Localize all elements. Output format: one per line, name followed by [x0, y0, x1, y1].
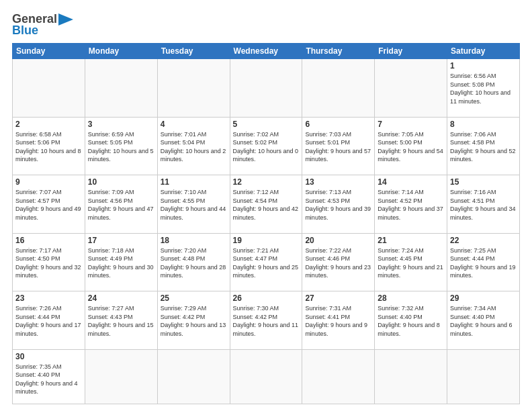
calendar-cell	[157, 59, 230, 118]
calendar-col-saturday: Saturday	[447, 44, 520, 59]
calendar-cell: 6Sunrise: 7:03 AM Sunset: 5:01 PM Daylig…	[302, 117, 375, 175]
day-number: 20	[305, 236, 371, 245]
day-info: Sunrise: 6:59 AM Sunset: 5:05 PM Dayligh…	[88, 130, 154, 164]
calendar-col-thursday: Thursday	[302, 44, 375, 59]
calendar-cell: 1Sunrise: 6:56 AM Sunset: 5:08 PM Daylig…	[447, 59, 520, 118]
calendar-cell: 9Sunrise: 7:07 AM Sunset: 4:57 PM Daylig…	[13, 175, 85, 234]
day-info: Sunrise: 7:02 AM Sunset: 5:02 PM Dayligh…	[233, 130, 300, 164]
calendar-cell	[375, 349, 447, 404]
day-number: 9	[15, 177, 82, 187]
day-number: 16	[15, 236, 82, 245]
day-number: 30	[15, 352, 82, 361]
day-info: Sunrise: 6:56 AM Sunset: 5:08 PM Dayligh…	[450, 72, 517, 105]
calendar-week-1: 1Sunrise: 6:56 AM Sunset: 5:08 PM Daylig…	[13, 59, 520, 118]
day-info: Sunrise: 7:22 AM Sunset: 4:46 PM Dayligh…	[305, 246, 371, 280]
calendar-col-friday: Friday	[375, 44, 447, 59]
day-info: Sunrise: 7:30 AM Sunset: 4:42 PM Dayligh…	[233, 304, 300, 338]
day-number: 26	[233, 293, 300, 303]
day-info: Sunrise: 7:35 AM Sunset: 4:40 PM Dayligh…	[15, 363, 82, 396]
day-number: 21	[378, 236, 444, 245]
day-info: Sunrise: 7:34 AM Sunset: 4:40 PM Dayligh…	[450, 304, 517, 338]
calendar-cell: 3Sunrise: 6:59 AM Sunset: 5:05 PM Daylig…	[85, 117, 157, 175]
calendar-col-wednesday: Wednesday	[230, 44, 302, 59]
calendar-week-3: 9Sunrise: 7:07 AM Sunset: 4:57 PM Daylig…	[13, 175, 520, 234]
day-number: 4	[161, 120, 227, 129]
calendar-cell: 5Sunrise: 7:02 AM Sunset: 5:02 PM Daylig…	[230, 117, 302, 175]
calendar-cell	[375, 59, 447, 118]
calendar-cell: 7Sunrise: 7:05 AM Sunset: 5:00 PM Daylig…	[375, 117, 447, 175]
day-number: 29	[450, 293, 517, 303]
day-info: Sunrise: 7:26 AM Sunset: 4:44 PM Dayligh…	[15, 304, 82, 338]
day-number: 28	[378, 293, 444, 303]
calendar-week-5: 23Sunrise: 7:26 AM Sunset: 4:44 PM Dayli…	[13, 291, 520, 350]
calendar-week-2: 2Sunrise: 6:58 AM Sunset: 5:06 PM Daylig…	[13, 117, 520, 175]
calendar-cell: 8Sunrise: 7:06 AM Sunset: 4:58 PM Daylig…	[447, 117, 520, 175]
day-info: Sunrise: 7:10 AM Sunset: 4:55 PM Dayligh…	[161, 188, 227, 222]
day-number: 14	[378, 177, 444, 187]
calendar-cell: 10Sunrise: 7:09 AM Sunset: 4:56 PM Dayli…	[85, 175, 157, 234]
day-number: 25	[161, 293, 227, 303]
day-info: Sunrise: 7:01 AM Sunset: 5:04 PM Dayligh…	[161, 130, 227, 164]
calendar-cell: 25Sunrise: 7:29 AM Sunset: 4:42 PM Dayli…	[157, 291, 230, 350]
day-info: Sunrise: 7:32 AM Sunset: 4:40 PM Dayligh…	[378, 304, 444, 338]
day-number: 18	[161, 236, 227, 245]
header: General Blue	[12, 12, 520, 38]
day-number: 3	[88, 120, 154, 129]
day-info: Sunrise: 7:24 AM Sunset: 4:45 PM Dayligh…	[378, 246, 444, 280]
day-info: Sunrise: 7:29 AM Sunset: 4:42 PM Dayligh…	[161, 304, 227, 338]
calendar-cell	[13, 59, 85, 118]
page: General Blue SundayMondayTuesdayWednesda…	[0, 0, 532, 411]
calendar-cell: 26Sunrise: 7:30 AM Sunset: 4:42 PM Dayli…	[230, 291, 302, 350]
day-number: 17	[88, 236, 154, 245]
svg-marker-0	[58, 13, 73, 26]
calendar-cell: 13Sunrise: 7:13 AM Sunset: 4:53 PM Dayli…	[302, 175, 375, 234]
calendar-cell: 17Sunrise: 7:18 AM Sunset: 4:49 PM Dayli…	[85, 233, 157, 291]
day-info: Sunrise: 7:03 AM Sunset: 5:01 PM Dayligh…	[305, 130, 371, 164]
day-number: 27	[305, 293, 371, 303]
calendar-table: SundayMondayTuesdayWednesdayThursdayFrid…	[12, 43, 520, 404]
day-number: 6	[305, 120, 371, 129]
day-number: 8	[450, 120, 517, 129]
calendar-cell	[230, 349, 302, 404]
day-number: 22	[450, 236, 517, 245]
day-info: Sunrise: 6:58 AM Sunset: 5:06 PM Dayligh…	[15, 130, 82, 164]
day-number: 24	[88, 293, 154, 303]
day-info: Sunrise: 7:12 AM Sunset: 4:54 PM Dayligh…	[233, 188, 300, 222]
calendar-cell	[302, 59, 375, 118]
day-info: Sunrise: 7:20 AM Sunset: 4:48 PM Dayligh…	[161, 246, 227, 280]
day-info: Sunrise: 7:27 AM Sunset: 4:43 PM Dayligh…	[88, 304, 154, 338]
calendar-cell	[85, 349, 157, 404]
calendar-cell: 16Sunrise: 7:17 AM Sunset: 4:50 PM Dayli…	[13, 233, 85, 291]
day-number: 10	[88, 177, 154, 187]
calendar-cell: 23Sunrise: 7:26 AM Sunset: 4:44 PM Dayli…	[13, 291, 85, 350]
calendar-col-sunday: Sunday	[13, 44, 85, 59]
day-number: 1	[450, 61, 517, 71]
calendar-cell: 12Sunrise: 7:12 AM Sunset: 4:54 PM Dayli…	[230, 175, 302, 234]
calendar-cell	[302, 349, 375, 404]
day-info: Sunrise: 7:06 AM Sunset: 4:58 PM Dayligh…	[450, 130, 517, 164]
day-number: 11	[161, 177, 227, 187]
calendar-week-4: 16Sunrise: 7:17 AM Sunset: 4:50 PM Dayli…	[13, 233, 520, 291]
day-info: Sunrise: 7:05 AM Sunset: 5:00 PM Dayligh…	[378, 130, 444, 164]
calendar-cell: 15Sunrise: 7:16 AM Sunset: 4:51 PM Dayli…	[447, 175, 520, 234]
day-info: Sunrise: 7:25 AM Sunset: 4:44 PM Dayligh…	[450, 246, 517, 280]
calendar-cell: 11Sunrise: 7:10 AM Sunset: 4:55 PM Dayli…	[157, 175, 230, 234]
calendar-cell	[85, 59, 157, 118]
logo-triangle-icon	[58, 13, 73, 26]
day-info: Sunrise: 7:07 AM Sunset: 4:57 PM Dayligh…	[15, 188, 82, 222]
day-info: Sunrise: 7:14 AM Sunset: 4:52 PM Dayligh…	[378, 188, 444, 222]
day-number: 2	[15, 120, 82, 129]
day-number: 5	[233, 120, 300, 129]
calendar-cell: 27Sunrise: 7:31 AM Sunset: 4:41 PM Dayli…	[302, 291, 375, 350]
day-info: Sunrise: 7:31 AM Sunset: 4:41 PM Dayligh…	[305, 304, 371, 338]
calendar-cell: 14Sunrise: 7:14 AM Sunset: 4:52 PM Dayli…	[375, 175, 447, 234]
calendar-cell: 21Sunrise: 7:24 AM Sunset: 4:45 PM Dayli…	[375, 233, 447, 291]
day-info: Sunrise: 7:18 AM Sunset: 4:49 PM Dayligh…	[88, 246, 154, 280]
day-number: 15	[450, 177, 517, 187]
calendar-cell: 28Sunrise: 7:32 AM Sunset: 4:40 PM Dayli…	[375, 291, 447, 350]
calendar-cell	[447, 349, 520, 404]
logo: General Blue	[12, 12, 73, 38]
day-info: Sunrise: 7:09 AM Sunset: 4:56 PM Dayligh…	[88, 188, 154, 222]
calendar-cell: 4Sunrise: 7:01 AM Sunset: 5:04 PM Daylig…	[157, 117, 230, 175]
calendar-header-row: SundayMondayTuesdayWednesdayThursdayFrid…	[13, 44, 520, 59]
